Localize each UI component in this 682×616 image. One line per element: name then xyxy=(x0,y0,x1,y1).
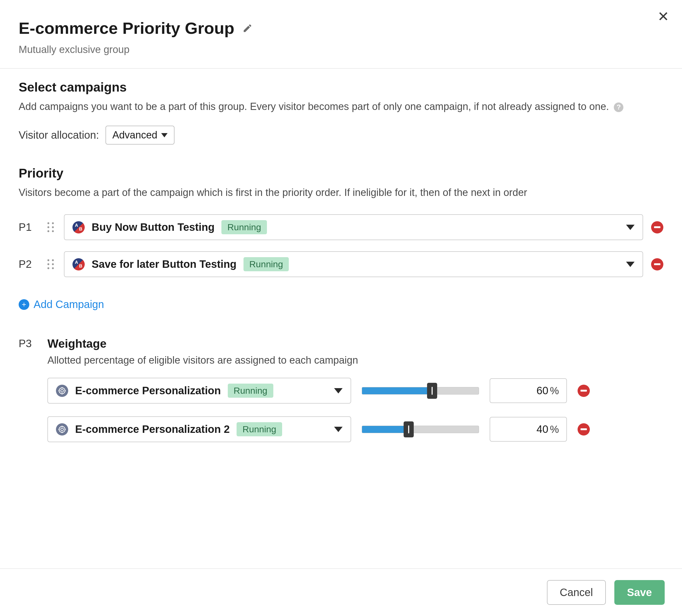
status-badge: Running xyxy=(221,220,267,234)
visitor-allocation-select[interactable]: Advanced xyxy=(106,126,175,145)
weightage-list: E-commerce Personalization Running % xyxy=(47,378,663,442)
ab-test-icon xyxy=(72,221,85,234)
slider-thumb[interactable] xyxy=(404,421,414,437)
select-campaigns-heading: Select campaigns xyxy=(19,80,663,95)
priority-list: P1 Buy Now Button Testing Running P2 xyxy=(19,214,663,277)
percent-input[interactable] xyxy=(516,385,548,397)
chevron-down-icon xyxy=(334,388,343,394)
edit-icon[interactable] xyxy=(243,23,253,33)
percent-input-wrap: % xyxy=(490,417,567,442)
status-badge: Running xyxy=(244,257,289,271)
svg-point-7 xyxy=(61,428,63,431)
weightage-slider[interactable] xyxy=(362,425,479,434)
save-button[interactable]: Save xyxy=(614,580,665,605)
status-badge: Running xyxy=(228,384,273,398)
slider-thumb[interactable] xyxy=(427,383,437,399)
add-campaign-button[interactable]: Add Campaign xyxy=(19,299,104,310)
minus-icon xyxy=(581,390,587,392)
page-subtitle: Mutually exclusive group xyxy=(19,44,663,55)
percent-sign: % xyxy=(550,385,559,397)
svg-point-1 xyxy=(61,389,63,392)
visitor-allocation-row: Visitor allocation: Advanced xyxy=(19,126,663,145)
chevron-down-icon xyxy=(334,427,343,432)
page-title: E-commerce Priority Group xyxy=(19,19,234,38)
percent-input-wrap: % xyxy=(490,378,567,403)
drag-handle-icon[interactable] xyxy=(45,222,56,232)
priority-rank: P2 xyxy=(19,258,37,270)
chevron-down-icon xyxy=(626,225,635,230)
campaign-card[interactable]: E-commerce Personalization Running xyxy=(47,378,351,404)
weightage-slider[interactable] xyxy=(362,386,479,396)
remove-button[interactable] xyxy=(651,221,663,234)
percent-sign: % xyxy=(550,424,559,435)
minus-icon xyxy=(654,226,660,228)
priority-row: P1 Buy Now Button Testing Running xyxy=(19,214,663,240)
percent-input[interactable] xyxy=(516,423,548,435)
priority-rank: P1 xyxy=(19,221,37,233)
dialog-content: Select campaigns Add campaigns you want … xyxy=(0,69,682,471)
priority-section: Priority Visitors become a part of the c… xyxy=(19,166,663,310)
cancel-button[interactable]: Cancel xyxy=(547,580,606,605)
remove-button[interactable] xyxy=(577,385,590,397)
add-campaign-label: Add Campaign xyxy=(33,299,104,310)
weightage-heading: Weightage xyxy=(47,337,663,350)
dialog-header: ✕ E-commerce Priority Group Mutually exc… xyxy=(0,0,682,69)
priority-rank: P3 xyxy=(19,337,37,455)
ab-test-icon xyxy=(72,258,85,270)
priority-description: Visitors become a part of the campaign w… xyxy=(19,185,663,200)
weightage-row: E-commerce Personalization Running % xyxy=(47,378,663,404)
remove-button[interactable] xyxy=(577,423,590,435)
target-icon xyxy=(56,423,68,435)
target-icon xyxy=(56,385,68,397)
minus-icon xyxy=(654,263,660,265)
dialog-footer: Cancel Save xyxy=(0,568,682,616)
drag-handle-icon[interactable] xyxy=(45,259,56,269)
campaign-card[interactable]: Save for later Button Testing Running xyxy=(64,251,643,277)
campaign-card[interactable]: E-commerce Personalization 2 Running xyxy=(47,416,351,442)
campaign-card[interactable]: Buy Now Button Testing Running xyxy=(64,214,643,240)
select-campaigns-description: Add campaigns you want to be a part of t… xyxy=(19,99,663,114)
weightage-row: E-commerce Personalization 2 Running % xyxy=(47,416,663,442)
campaign-name: Save for later Button Testing xyxy=(92,258,236,270)
plus-circle-icon xyxy=(19,299,29,310)
weightage-section: P3 Weightage Allotted percentage of elig… xyxy=(19,337,663,455)
chevron-down-icon xyxy=(161,133,167,137)
chevron-down-icon xyxy=(626,262,635,267)
minus-icon xyxy=(581,428,587,430)
close-icon[interactable]: ✕ xyxy=(658,9,669,23)
weightage-description: Allotted percentage of eligible visitors… xyxy=(47,355,663,366)
svg-point-6 xyxy=(59,426,65,432)
visitor-allocation-label: Visitor allocation: xyxy=(19,129,99,141)
remove-button[interactable] xyxy=(651,258,663,270)
help-icon[interactable]: ? xyxy=(614,102,623,112)
status-badge: Running xyxy=(236,422,282,436)
svg-point-0 xyxy=(59,387,65,394)
visitor-allocation-value: Advanced xyxy=(112,129,157,141)
campaign-name: E-commerce Personalization 2 xyxy=(75,423,230,435)
campaign-name: Buy Now Button Testing xyxy=(92,221,214,233)
campaign-name: E-commerce Personalization xyxy=(75,385,221,397)
priority-heading: Priority xyxy=(19,166,663,181)
priority-row: P2 Save for later Button Testing Running xyxy=(19,251,663,277)
